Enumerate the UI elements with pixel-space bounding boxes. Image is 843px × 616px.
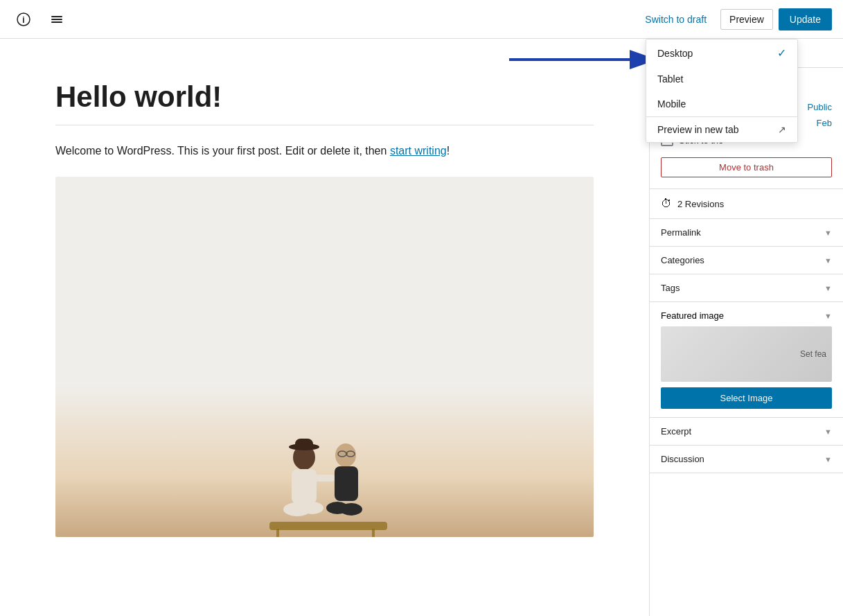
featured-image-section: Featured image ▼ Set fea Select Image [650,302,843,418]
svg-rect-11 [314,475,335,482]
preview-new-tab-option[interactable]: Preview in new tab ↗ [646,116,797,142]
switch-to-draft-button[interactable]: Switch to draft [637,10,715,29]
categories-section[interactable]: Categories ▼ [650,247,843,274]
permalink-chevron-icon: ▼ [824,229,832,237]
svg-rect-7 [295,439,313,449]
tags-label: Tags [661,283,680,293]
categories-label: Categories [661,255,704,265]
tags-section[interactable]: Tags ▼ [650,274,843,302]
preview-mobile-option[interactable]: Mobile [646,91,797,116]
post-title[interactable]: Hello world! [55,80,594,114]
svg-rect-2 [51,16,62,17]
post-content[interactable]: Welcome to WordPress. This is your first… [55,142,594,160]
discussion-chevron-icon: ▼ [824,455,832,464]
editor-area: Hello world! Welcome to WordPress. This … [0,39,649,616]
featured-image-chevron-icon: ▼ [824,312,832,320]
desktop-check-icon: ✓ [777,46,786,60]
preview-button[interactable]: Preview [720,9,773,30]
svg-rect-4 [51,21,62,23]
image-people [249,405,401,537]
external-link-icon: ↗ [778,124,786,135]
discussion-label: Discussion [661,454,704,464]
post-image [55,177,594,537]
excerpt-chevron-icon: ▼ [824,428,832,436]
move-to-trash-button[interactable]: Move to trash [661,157,832,177]
topbar: i Switch to draft Preview Update [0,0,843,39]
topbar-right: Switch to draft Preview Update [637,8,832,30]
svg-point-10 [301,502,323,514]
info-button[interactable]: i [11,7,36,32]
svg-text:i: i [22,15,24,25]
excerpt-label: Excerpt [661,426,691,437]
visibility-value[interactable]: Public [808,102,832,112]
revisions-text: 2 Revisions [677,199,724,209]
preview-dropdown: Desktop ✓ Tablet Mobile Preview in new t… [646,39,798,143]
start-writing-link[interactable]: start writing [390,145,447,157]
discussion-section[interactable]: Discussion ▼ [650,446,843,473]
categories-chevron-icon: ▼ [824,256,832,265]
svg-rect-20 [276,529,279,537]
svg-rect-8 [292,469,317,504]
preview-tablet-option[interactable]: Tablet [646,67,797,91]
excerpt-section[interactable]: Excerpt ▼ [650,418,843,446]
revisions-row[interactable]: ⏱ 2 Revisions [650,189,843,219]
svg-rect-16 [335,466,358,501]
update-button[interactable]: Update [779,8,832,30]
publish-value[interactable]: Feb [817,118,832,128]
topbar-left: i [11,7,69,32]
permalink-label: Permalink [661,227,701,238]
preview-desktop-option[interactable]: Desktop ✓ [646,39,797,67]
featured-image-thumb: Set fea [661,326,832,382]
permalink-section[interactable]: Permalink ▼ [650,219,843,247]
tags-chevron-icon: ▼ [824,284,832,292]
select-image-button[interactable]: Select Image [661,387,832,409]
featured-image-title[interactable]: Featured image ▼ [661,310,832,321]
svg-rect-21 [372,529,375,537]
svg-rect-19 [269,522,387,530]
post-divider [55,125,594,125]
revisions-icon: ⏱ [661,197,672,210]
svg-rect-3 [51,19,62,20]
svg-point-18 [340,503,362,516]
tools-button[interactable] [44,7,69,32]
